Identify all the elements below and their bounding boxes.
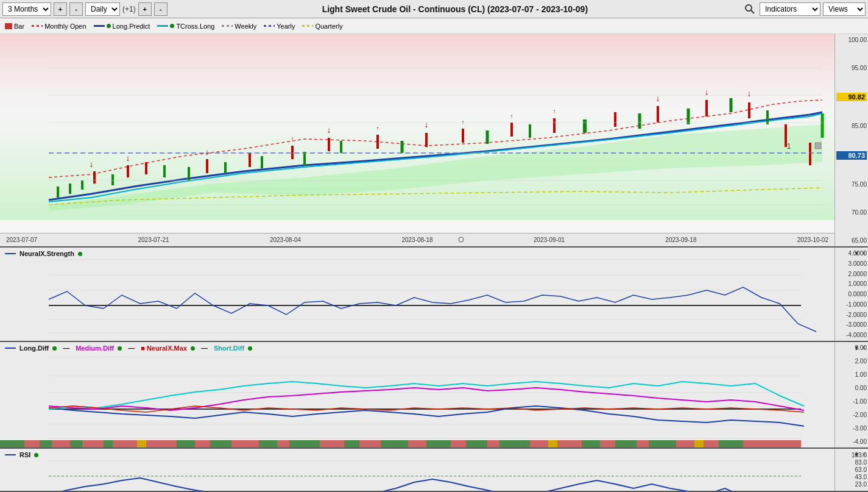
panel1-title: NeuralX.Strength bbox=[19, 250, 74, 257]
date-label-6: 2023-09-18 bbox=[665, 237, 696, 243]
panel3-close-btn[interactable]: × bbox=[862, 451, 866, 458]
p1-y8: -3.0000 bbox=[836, 321, 867, 328]
panel2-y-axis: 3.00 2.00 1.00 0.00 -1.00 -2.00 -3.00 -4… bbox=[834, 342, 868, 447]
panel2-svg bbox=[0, 342, 834, 449]
legend-long-predict-item: Long.Predict bbox=[94, 23, 150, 30]
views-select[interactable]: Views bbox=[823, 2, 866, 16]
svg-rect-113 bbox=[704, 440, 719, 447]
rsi-panel[interactable]: RSI ▼ × 103.0 83.0 63.0 43.0 23.0 bbox=[0, 449, 868, 492]
price-100: 100.00 bbox=[836, 37, 867, 43]
svg-text:↓: ↓ bbox=[747, 88, 752, 98]
panel3-controls: ▼ × bbox=[853, 451, 866, 458]
current-price2: 80.73 bbox=[836, 151, 867, 160]
svg-rect-79 bbox=[52, 440, 70, 447]
svg-text:↓: ↓ bbox=[327, 125, 331, 135]
svg-text:↓: ↓ bbox=[126, 153, 130, 163]
p1-y6: -1.0000 bbox=[836, 301, 867, 308]
svg-rect-100 bbox=[466, 440, 487, 447]
panel3-collapse-btn[interactable]: ▼ bbox=[853, 451, 859, 458]
svg-rect-97 bbox=[408, 440, 426, 447]
p3-y2: 83.0 bbox=[836, 459, 867, 466]
panel2-title: Long.Diff bbox=[19, 344, 49, 352]
panel2-header: Long.Diff — Medium.Diff — ■ NeuralX.Max … bbox=[5, 344, 252, 352]
panel2-controls: ▼ × bbox=[853, 344, 866, 351]
svg-rect-95 bbox=[359, 440, 381, 447]
interval-select[interactable]: Daily bbox=[85, 2, 120, 16]
svg-line-1 bbox=[751, 10, 754, 13]
price-65: 65.00 bbox=[836, 237, 867, 244]
svg-text:↓: ↓ bbox=[656, 93, 660, 103]
tcross-legend-label: TCross.Long bbox=[176, 23, 214, 30]
panel1-controls: ▼ × bbox=[853, 250, 866, 257]
panel2-dot1 bbox=[52, 346, 57, 351]
period-add-button[interactable]: + bbox=[54, 2, 67, 16]
svg-text:↑: ↑ bbox=[510, 113, 513, 119]
svg-text:↑: ↑ bbox=[462, 119, 465, 126]
svg-rect-80 bbox=[70, 440, 82, 447]
p1-y5: 0.0000 bbox=[836, 291, 867, 298]
panel2-dot3 bbox=[191, 346, 195, 351]
interval-add-button[interactable]: + bbox=[138, 2, 152, 16]
svg-rect-114 bbox=[719, 440, 743, 447]
toolbar-right: Indicators Views bbox=[743, 2, 866, 16]
quarterly-legend-label: Quarterly bbox=[315, 23, 342, 30]
indicators-select[interactable]: Indicators bbox=[760, 2, 820, 16]
date-label-2: 2023-07-21 bbox=[138, 237, 169, 243]
svg-rect-109 bbox=[637, 440, 649, 447]
panel1-line-icon bbox=[5, 253, 16, 254]
legend-yearly-item: Yearly bbox=[264, 23, 295, 30]
panel2-collapse-btn[interactable]: ▼ bbox=[853, 344, 859, 351]
svg-rect-86 bbox=[177, 440, 195, 447]
panel1-close-btn[interactable]: × bbox=[862, 250, 866, 257]
svg-rect-107 bbox=[600, 440, 615, 447]
svg-rect-111 bbox=[676, 440, 694, 447]
p1-y7: -2.0000 bbox=[836, 312, 867, 318]
price-95: 95.00 bbox=[836, 65, 867, 71]
svg-rect-99 bbox=[451, 440, 466, 447]
legend-bar-item: Bar bbox=[5, 23, 24, 30]
legend-bar: Bar Monthly Open Long.Predict TCross.Lon… bbox=[0, 18, 868, 34]
p1-y9: -4.0000 bbox=[836, 332, 867, 338]
svg-rect-93 bbox=[320, 440, 344, 447]
count-label: (+1) bbox=[122, 5, 136, 13]
date-label-5: 2023-09-01 bbox=[534, 237, 565, 243]
svg-point-0 bbox=[746, 5, 752, 11]
price-85: 85.00 bbox=[836, 123, 867, 129]
legend-monthly-item: Monthly Open bbox=[32, 23, 86, 30]
diff-panel[interactable]: Long.Diff — Medium.Diff — ■ NeuralX.Max … bbox=[0, 342, 868, 449]
p2-y3: 1.00 bbox=[836, 371, 867, 378]
neuralx-strength-panel[interactable]: NeuralX.Strength ▼ × 4.0000 3.0000 2.000… bbox=[0, 248, 868, 342]
main-price-chart[interactable]: ↓ ↓ ↓ ↓ ↓ ↓ ↓ ↓ ↑ ↑ ↑ ↑ ↑ 1 bbox=[0, 34, 868, 248]
panel2-dot4 bbox=[248, 346, 252, 351]
period-select[interactable]: 3 Months bbox=[2, 2, 51, 16]
svg-rect-98 bbox=[426, 440, 451, 447]
svg-rect-91 bbox=[277, 440, 289, 447]
svg-text:↓: ↓ bbox=[90, 159, 94, 169]
yearly-legend-line bbox=[264, 25, 275, 27]
svg-rect-106 bbox=[582, 440, 600, 447]
svg-rect-84 bbox=[137, 440, 146, 447]
price-70: 70.00 bbox=[836, 209, 867, 216]
p3-y5: 23.0 bbox=[836, 481, 867, 488]
date-axis: 2023-07-07 2023-07-21 2023-08-04 2023-08… bbox=[0, 233, 834, 246]
panel3-title: RSI bbox=[19, 451, 30, 458]
svg-text:↑: ↑ bbox=[376, 125, 379, 132]
panel1-collapse-btn[interactable]: ▼ bbox=[853, 250, 859, 257]
bar-legend-label: Bar bbox=[14, 23, 24, 30]
svg-rect-101 bbox=[487, 440, 499, 447]
p1-y4: 1.0000 bbox=[836, 280, 867, 287]
search-button[interactable] bbox=[743, 2, 757, 16]
quarterly-legend-line bbox=[302, 25, 313, 27]
legend-weekly-item: Weekly bbox=[222, 23, 256, 30]
period-sub-button[interactable]: - bbox=[69, 2, 83, 16]
svg-rect-110 bbox=[649, 440, 676, 447]
weekly-legend-label: Weekly bbox=[235, 23, 256, 30]
interval-sub-button[interactable]: - bbox=[154, 2, 168, 16]
tcross-legend-line bbox=[157, 25, 168, 27]
svg-rect-88 bbox=[210, 440, 231, 447]
svg-rect-87 bbox=[195, 440, 210, 447]
p3-y3: 63.0 bbox=[836, 466, 867, 473]
svg-rect-90 bbox=[259, 440, 277, 447]
panel2-close-btn[interactable]: × bbox=[862, 344, 866, 351]
svg-rect-105 bbox=[557, 440, 582, 447]
